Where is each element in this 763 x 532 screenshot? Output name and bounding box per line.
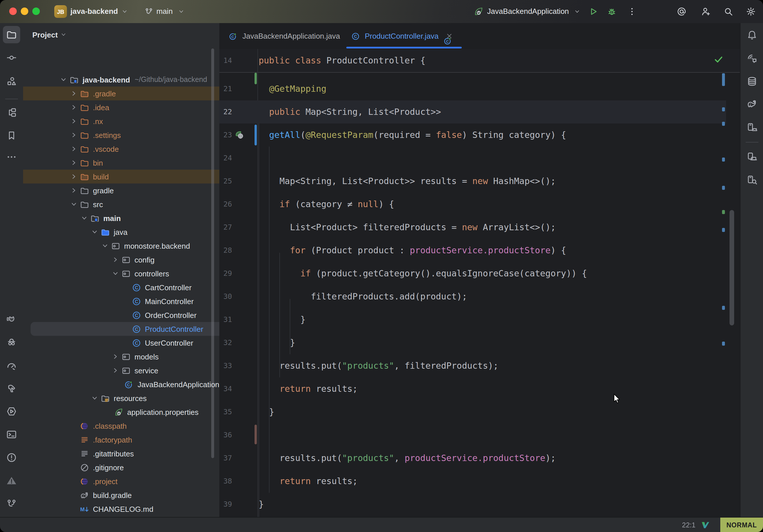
chevron-right-icon[interactable] bbox=[68, 130, 80, 140]
stripe-mark[interactable] bbox=[722, 186, 725, 190]
code-line-31[interactable]: 31 } bbox=[219, 308, 740, 331]
profiler-tool-button[interactable] bbox=[3, 357, 20, 374]
tree-item-java[interactable]: java bbox=[23, 225, 219, 239]
stripe-mark[interactable] bbox=[722, 73, 725, 86]
chevron-right-icon[interactable] bbox=[110, 255, 121, 264]
tree-item-changelog-md[interactable]: MCHANGELOG.md bbox=[23, 502, 219, 516]
line-number[interactable]: 35 bbox=[219, 400, 232, 424]
tree-item-usercontroller[interactable]: CUserController bbox=[23, 336, 219, 350]
device-manager-tool-button[interactable] bbox=[743, 148, 761, 165]
code-line-23[interactable]: 23 getAll(@RequestParam(required = false… bbox=[219, 124, 740, 147]
ai-chat-tool-button[interactable] bbox=[743, 50, 761, 67]
code-line-32[interactable]: 32 } bbox=[219, 331, 740, 354]
line-number[interactable]: 21 bbox=[219, 77, 232, 100]
tree-scrollbar[interactable] bbox=[211, 49, 214, 458]
zoom-window-button[interactable] bbox=[32, 8, 40, 15]
chevron-down-icon[interactable] bbox=[99, 241, 111, 251]
stripe-mark[interactable] bbox=[722, 228, 725, 232]
bookmarks-tool-button[interactable] bbox=[3, 127, 20, 144]
more-run-options-button[interactable] bbox=[627, 6, 637, 17]
project-tool-button[interactable] bbox=[3, 26, 20, 43]
tree-item-javabackendapplication[interactable]: CJavaBackendApplication bbox=[23, 377, 219, 391]
settings-button[interactable] bbox=[746, 6, 756, 17]
chevron-right-icon[interactable] bbox=[68, 89, 80, 98]
line-number[interactable]: 26 bbox=[219, 193, 232, 216]
close-icon[interactable] bbox=[446, 32, 453, 40]
database-tool-button[interactable] bbox=[743, 73, 761, 90]
line-number[interactable]: 27 bbox=[219, 216, 232, 239]
line-number[interactable]: 22 bbox=[219, 100, 232, 124]
structure-tool-button[interactable] bbox=[3, 73, 20, 90]
line-number[interactable]: 24 bbox=[219, 147, 232, 170]
gradle-tool-button[interactable] bbox=[743, 95, 761, 113]
tree-item-src[interactable]: src bbox=[23, 197, 219, 211]
tree-item-maincontroller[interactable]: CMainController bbox=[23, 294, 219, 308]
line-number[interactable]: 38 bbox=[219, 470, 232, 493]
tab-productcontroller[interactable]: C ProductController.java bbox=[351, 23, 453, 49]
project-panel-header[interactable]: Project bbox=[32, 28, 67, 41]
chevron-right-icon[interactable] bbox=[110, 366, 121, 375]
tree-item-main[interactable]: main bbox=[23, 211, 219, 225]
stripe-mark[interactable] bbox=[722, 306, 725, 310]
code-line-30[interactable]: 30 filteredProducts.add(product); bbox=[219, 285, 740, 308]
stripe-mark[interactable] bbox=[722, 158, 725, 161]
code-line-39[interactable]: 39 } bbox=[219, 493, 740, 516]
more-tool-windows-tool-button[interactable] bbox=[3, 148, 20, 165]
running-devices-tool-button[interactable] bbox=[743, 119, 761, 136]
tree-item-controllers[interactable]: controllers bbox=[23, 266, 219, 280]
code-line-24[interactable]: 24 bbox=[219, 147, 740, 170]
tree-item-build-gradle[interactable]: build.gradle bbox=[23, 488, 219, 502]
tree-item-resources[interactable]: resources bbox=[23, 391, 219, 405]
tree-item-java-backend[interactable]: java-backend~/Github/java-backend bbox=[23, 73, 219, 86]
tree-item--classpath[interactable]: .classpath bbox=[23, 419, 219, 433]
cat-plugin-tool-button[interactable] bbox=[3, 311, 20, 328]
tree-item--factorypath[interactable]: .factorypath bbox=[23, 433, 219, 447]
chevron-right-icon[interactable] bbox=[68, 158, 80, 167]
stripe-mark[interactable] bbox=[722, 122, 725, 126]
debug-button[interactable] bbox=[606, 6, 617, 17]
chevron-right-icon[interactable] bbox=[68, 144, 80, 154]
hierarchy-tool-button[interactable] bbox=[3, 104, 20, 121]
chevron-down-icon[interactable] bbox=[110, 269, 121, 278]
line-number[interactable]: 34 bbox=[219, 377, 232, 400]
tree-item-bin[interactable]: bin bbox=[23, 156, 219, 170]
tree-item--vscode[interactable]: .vscode bbox=[23, 142, 219, 156]
ai-assistant-button[interactable] bbox=[676, 6, 687, 17]
code-line-38[interactable]: 38 return results; bbox=[219, 470, 740, 493]
stripe-mark[interactable] bbox=[722, 210, 725, 214]
tree-item--gitignore[interactable]: .gitignore bbox=[23, 461, 219, 474]
chevron-down-icon[interactable] bbox=[78, 213, 90, 223]
tree-item-monostore-backend[interactable]: monostore.backend bbox=[23, 239, 219, 253]
tree-item-build[interactable]: build bbox=[23, 170, 219, 183]
line-number[interactable]: 31 bbox=[219, 308, 232, 331]
tree-item-application-properties[interactable]: application.properties bbox=[23, 405, 219, 419]
tree-item--gitattributes[interactable]: .gitattributes bbox=[23, 447, 219, 461]
line-number[interactable]: 33 bbox=[219, 354, 232, 377]
code-line-29[interactable]: 29 if (product.getCategory().equalsIgnor… bbox=[219, 262, 740, 285]
code-line-33[interactable]: 33 results.put("products", filteredProdu… bbox=[219, 354, 740, 377]
close-window-button[interactable] bbox=[9, 8, 17, 15]
inspections-ok-icon[interactable] bbox=[713, 53, 724, 65]
code-line-26[interactable]: 26 if (category ≠ null) { bbox=[219, 193, 740, 216]
tree-item-service[interactable]: service bbox=[23, 364, 219, 377]
tree-item-productcontroller[interactable]: CProductController bbox=[23, 322, 219, 336]
minimize-window-button[interactable] bbox=[21, 8, 28, 15]
chevron-down-icon[interactable] bbox=[68, 200, 80, 209]
line-number[interactable]: 29 bbox=[219, 262, 232, 285]
run-configuration-widget[interactable]: JavaBackendApplication bbox=[487, 7, 569, 16]
warnings-tool-button[interactable] bbox=[3, 472, 20, 489]
chevron-down-icon[interactable] bbox=[58, 75, 69, 84]
line-number[interactable]: 32 bbox=[219, 331, 232, 354]
tree-item--idea[interactable]: .idea bbox=[23, 100, 219, 114]
incognito-tool-button[interactable] bbox=[3, 334, 20, 351]
editor-area[interactable]: C C JavaBackendApplication.java C Produc… bbox=[219, 23, 740, 517]
chevron-right-icon[interactable] bbox=[68, 117, 80, 126]
services-tool-button[interactable] bbox=[3, 403, 20, 420]
line-number[interactable]: 28 bbox=[219, 239, 232, 262]
editor-scrollbar[interactable] bbox=[729, 210, 734, 325]
code-line-35[interactable]: 35 } bbox=[219, 400, 740, 424]
line-number[interactable]: 23 bbox=[219, 124, 232, 147]
vcs-change-marker-brown[interactable] bbox=[255, 425, 257, 444]
stripe-mark[interactable] bbox=[722, 107, 725, 111]
line-number[interactable]: 30 bbox=[219, 285, 232, 308]
